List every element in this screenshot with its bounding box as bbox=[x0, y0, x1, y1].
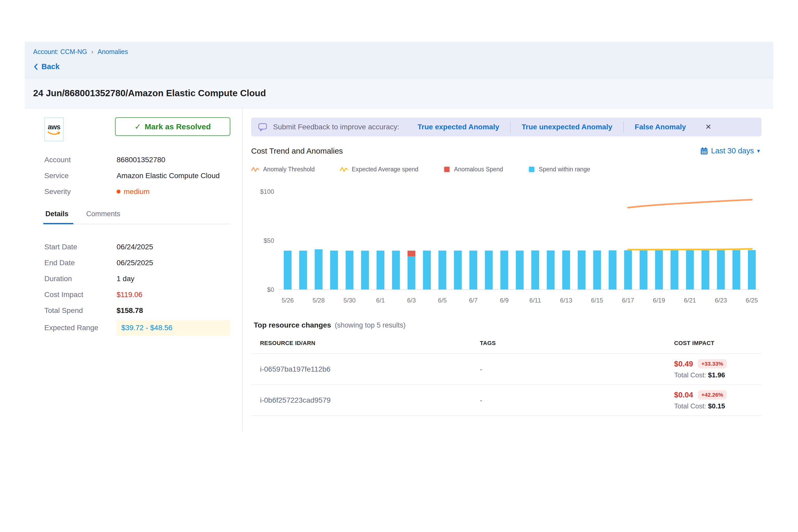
table-row: i-0b6f257223cad9579 - $0.04 +42.26% Tota… bbox=[251, 384, 761, 416]
close-icon: ✕ bbox=[705, 123, 711, 131]
total-cost-value: $1.96 bbox=[708, 371, 725, 379]
check-icon: ✓ bbox=[135, 122, 141, 131]
svg-text:6/3: 6/3 bbox=[407, 297, 416, 304]
aws-logo-text: aws bbox=[48, 124, 60, 131]
resolve-label: Mark as Resolved bbox=[145, 122, 211, 131]
breadcrumb-anomalies-link[interactable]: Anomalies bbox=[97, 48, 128, 56]
svg-text:5/28: 5/28 bbox=[312, 297, 325, 304]
feedback-false-anomaly-button[interactable]: False Anomaly bbox=[624, 121, 697, 133]
tab-comments[interactable]: Comments bbox=[85, 210, 121, 224]
svg-text:6/13: 6/13 bbox=[560, 297, 572, 304]
service-value: Amazon Elastic Compute Cloud bbox=[117, 172, 220, 180]
account-row: Account 868001352780 bbox=[44, 152, 230, 168]
resource-tags: - bbox=[480, 365, 674, 374]
severity-badge: medium bbox=[117, 188, 150, 196]
feedback-true-expected-button[interactable]: True expected Anomaly bbox=[406, 121, 510, 133]
time-range-label: Last 30 days bbox=[711, 147, 754, 155]
svg-text:6/17: 6/17 bbox=[622, 297, 634, 304]
legend-label: Anomaly Threshold bbox=[263, 166, 315, 173]
svg-text:6/9: 6/9 bbox=[500, 297, 509, 304]
cost-impact-value: $119.06 bbox=[117, 290, 142, 299]
severity-value: medium bbox=[124, 188, 150, 196]
svg-text:6/7: 6/7 bbox=[469, 297, 477, 304]
panel-tabs: Details Comments bbox=[44, 210, 230, 224]
total-spend-label: Total Spend bbox=[44, 306, 117, 315]
duration-row: Duration 1 day bbox=[44, 271, 230, 287]
end-date-label: End Date bbox=[44, 259, 117, 267]
duration-label: Duration bbox=[44, 274, 117, 283]
tab-details[interactable]: Details bbox=[44, 210, 70, 224]
legend-expected-average: Expected Average spend bbox=[340, 166, 418, 173]
feedback-banner: Submit Feedback to improve accuracy: Tru… bbox=[251, 118, 761, 136]
resource-cost-impact-cell: $0.04 +42.26% Total Cost: $0.15 bbox=[674, 390, 761, 410]
calendar-icon bbox=[700, 147, 708, 155]
svg-text:$50: $50 bbox=[264, 237, 274, 244]
impact-percent-badge: +42.26% bbox=[698, 390, 727, 400]
title-section: 24 Jun/868001352780/Amazon Elastic Compu… bbox=[25, 78, 773, 109]
svg-text:$100: $100 bbox=[260, 188, 274, 195]
expected-range-label: Expected Range bbox=[44, 324, 117, 332]
total-cost-value: $0.15 bbox=[708, 402, 725, 410]
impact-value: $0.04 bbox=[674, 391, 693, 399]
resources-title-row: Top resource changes (showing top 5 resu… bbox=[251, 321, 761, 329]
total-cost-label: Total Cost: bbox=[674, 402, 706, 410]
mark-as-resolved-button[interactable]: ✓ Mark as Resolved bbox=[115, 117, 230, 136]
service-label: Service bbox=[44, 172, 117, 180]
total-spend-value: $158.78 bbox=[117, 306, 143, 315]
severity-row: Severity medium bbox=[44, 184, 230, 200]
aws-smile-icon bbox=[48, 131, 60, 135]
chevron-left-icon bbox=[33, 62, 39, 71]
svg-text:6/19: 6/19 bbox=[653, 297, 665, 304]
time-range-dropdown[interactable]: Last 30 days ▾ bbox=[699, 146, 762, 155]
svg-text:6/1: 6/1 bbox=[376, 297, 385, 304]
start-date-value: 06/24/2025 bbox=[117, 243, 153, 251]
svg-text:6/21: 6/21 bbox=[684, 297, 696, 304]
cost-trend-chart: $100$50$05/265/285/306/16/36/56/76/96/11… bbox=[251, 176, 761, 309]
resources-table-header: Resource ID/ARN Tags Cost Impact bbox=[251, 340, 761, 353]
breadcrumb-account-link[interactable]: Account: CCM-NG bbox=[33, 48, 87, 56]
cost-impact-label: Cost Impact bbox=[44, 290, 117, 299]
breadcrumb: Account: CCM-NG › Anomalies bbox=[33, 48, 765, 56]
svg-text:6/23: 6/23 bbox=[715, 297, 727, 304]
svg-text:6/5: 6/5 bbox=[438, 297, 447, 304]
page-title: 24 Jun/868001352780/Amazon Elastic Compu… bbox=[33, 88, 266, 98]
chart-header: Cost Trend and Anomalies Last 30 days ▾ bbox=[251, 146, 761, 155]
caret-down-icon: ▾ bbox=[757, 148, 760, 154]
resource-id: i-0b6f257223cad9579 bbox=[260, 396, 480, 404]
impact-value: $0.49 bbox=[674, 360, 693, 368]
start-date-label: Start Date bbox=[44, 243, 117, 251]
svg-text:6/15: 6/15 bbox=[591, 297, 603, 304]
summary-panel: aws ✓ Mark as Resolved Account 868001352… bbox=[25, 109, 243, 432]
back-label: Back bbox=[41, 62, 59, 71]
legend-label: Expected Average spend bbox=[352, 166, 418, 173]
anomalous-spend-swatch-icon bbox=[443, 166, 450, 173]
legend-anomalous-spend: Anomalous Spend bbox=[443, 166, 503, 173]
average-line-icon bbox=[340, 166, 348, 173]
total-spend-row: Total Spend $158.78 bbox=[44, 303, 230, 318]
feedback-true-unexpected-button[interactable]: True unexpected Anomaly bbox=[510, 121, 624, 133]
chart-title: Cost Trend and Anomalies bbox=[251, 147, 343, 155]
svg-text:6/25: 6/25 bbox=[746, 297, 758, 304]
end-date-row: End Date 06/25/2025 bbox=[44, 255, 230, 271]
severity-dot-icon bbox=[117, 190, 120, 193]
account-label: Account bbox=[44, 156, 117, 164]
legend-label: Spend within range bbox=[539, 166, 590, 173]
column-header-cost-impact: Cost Impact bbox=[674, 340, 761, 347]
back-button[interactable]: Back bbox=[33, 62, 765, 71]
svg-text:6/11: 6/11 bbox=[529, 297, 541, 304]
main-panel: Submit Feedback to improve accuracy: Tru… bbox=[243, 109, 773, 432]
svg-text:$0: $0 bbox=[267, 286, 274, 293]
feedback-prompt: Submit Feedback to improve accuracy: bbox=[273, 123, 399, 131]
expected-range-value: $39.72 - $48.56 bbox=[117, 320, 230, 336]
chart-legend: Anomaly Threshold Expected Average spend… bbox=[251, 166, 761, 173]
resources-title: Top resource changes bbox=[254, 321, 331, 329]
feedback-close-button[interactable]: ✕ bbox=[704, 123, 713, 131]
legend-spend-within-range: Spend within range bbox=[528, 166, 590, 173]
expected-range-row: Expected Range $39.72 - $48.56 bbox=[44, 318, 230, 337]
table-row: i-06597ba197fe112b6 - $0.49 +33.33% Tota… bbox=[251, 353, 761, 384]
severity-label: Severity bbox=[44, 188, 117, 196]
chevron-right-icon: › bbox=[91, 48, 93, 56]
resources-subtitle: (showing top 5 results) bbox=[335, 321, 406, 329]
column-header-resource-id: Resource ID/ARN bbox=[260, 340, 480, 347]
anomaly-detail-card: Account: CCM-NG › Anomalies Back 24 Jun/… bbox=[25, 42, 773, 432]
